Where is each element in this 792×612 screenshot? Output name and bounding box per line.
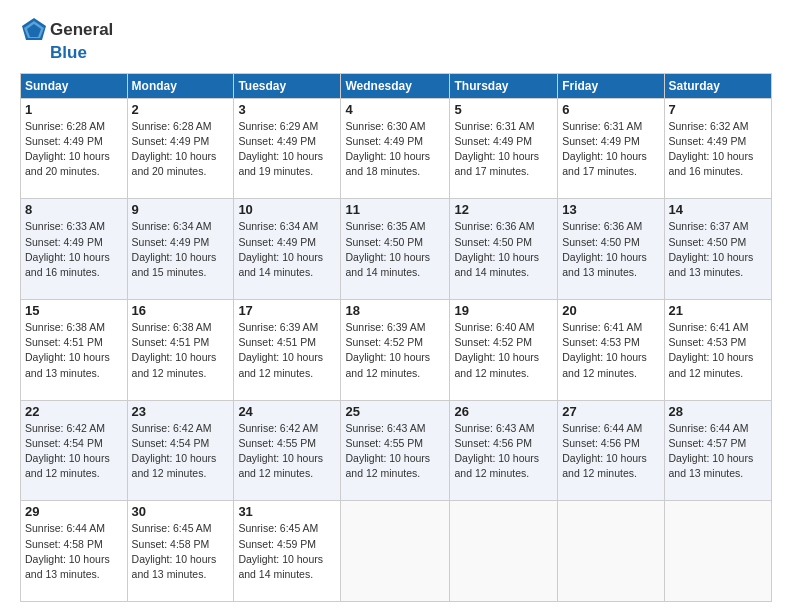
col-header-saturday: Saturday: [664, 73, 771, 98]
day-info: Sunrise: 6:36 AMSunset: 4:50 PMDaylight:…: [454, 220, 539, 278]
day-cell-7: 7 Sunrise: 6:32 AMSunset: 4:49 PMDayligh…: [664, 98, 771, 199]
day-number: 31: [238, 504, 336, 519]
day-cell-31: 31 Sunrise: 6:45 AMSunset: 4:59 PMDaylig…: [234, 501, 341, 602]
day-cell-17: 17 Sunrise: 6:39 AMSunset: 4:51 PMDaylig…: [234, 300, 341, 401]
day-number: 20: [562, 303, 659, 318]
logo-mark: [20, 16, 48, 44]
week-row-2: 8 Sunrise: 6:33 AMSunset: 4:49 PMDayligh…: [21, 199, 772, 300]
day-info: Sunrise: 6:36 AMSunset: 4:50 PMDaylight:…: [562, 220, 647, 278]
day-info: Sunrise: 6:42 AMSunset: 4:54 PMDaylight:…: [25, 422, 110, 480]
header: General Blue: [20, 16, 772, 63]
week-row-3: 15 Sunrise: 6:38 AMSunset: 4:51 PMDaylig…: [21, 300, 772, 401]
day-number: 22: [25, 404, 123, 419]
day-number: 30: [132, 504, 230, 519]
day-info: Sunrise: 6:34 AMSunset: 4:49 PMDaylight:…: [132, 220, 217, 278]
calendar-table: SundayMondayTuesdayWednesdayThursdayFrid…: [20, 73, 772, 602]
week-row-4: 22 Sunrise: 6:42 AMSunset: 4:54 PMDaylig…: [21, 400, 772, 501]
day-cell-12: 12 Sunrise: 6:36 AMSunset: 4:50 PMDaylig…: [450, 199, 558, 300]
day-number: 17: [238, 303, 336, 318]
day-info: Sunrise: 6:28 AMSunset: 4:49 PMDaylight:…: [132, 120, 217, 178]
day-number: 2: [132, 102, 230, 117]
empty-cell: [558, 501, 664, 602]
empty-cell: [341, 501, 450, 602]
day-info: Sunrise: 6:29 AMSunset: 4:49 PMDaylight:…: [238, 120, 323, 178]
day-number: 21: [669, 303, 767, 318]
col-header-tuesday: Tuesday: [234, 73, 341, 98]
day-number: 9: [132, 202, 230, 217]
day-number: 14: [669, 202, 767, 217]
day-info: Sunrise: 6:42 AMSunset: 4:54 PMDaylight:…: [132, 422, 217, 480]
day-cell-26: 26 Sunrise: 6:43 AMSunset: 4:56 PMDaylig…: [450, 400, 558, 501]
day-info: Sunrise: 6:32 AMSunset: 4:49 PMDaylight:…: [669, 120, 754, 178]
day-info: Sunrise: 6:45 AMSunset: 4:58 PMDaylight:…: [132, 522, 217, 580]
day-number: 18: [345, 303, 445, 318]
week-row-5: 29 Sunrise: 6:44 AMSunset: 4:58 PMDaylig…: [21, 501, 772, 602]
day-info: Sunrise: 6:39 AMSunset: 4:51 PMDaylight:…: [238, 321, 323, 379]
day-number: 13: [562, 202, 659, 217]
day-info: Sunrise: 6:44 AMSunset: 4:56 PMDaylight:…: [562, 422, 647, 480]
day-cell-5: 5 Sunrise: 6:31 AMSunset: 4:49 PMDayligh…: [450, 98, 558, 199]
day-number: 19: [454, 303, 553, 318]
day-cell-1: 1 Sunrise: 6:28 AMSunset: 4:49 PMDayligh…: [21, 98, 128, 199]
day-cell-8: 8 Sunrise: 6:33 AMSunset: 4:49 PMDayligh…: [21, 199, 128, 300]
day-cell-18: 18 Sunrise: 6:39 AMSunset: 4:52 PMDaylig…: [341, 300, 450, 401]
day-cell-20: 20 Sunrise: 6:41 AMSunset: 4:53 PMDaylig…: [558, 300, 664, 401]
day-number: 3: [238, 102, 336, 117]
day-info: Sunrise: 6:41 AMSunset: 4:53 PMDaylight:…: [562, 321, 647, 379]
day-cell-25: 25 Sunrise: 6:43 AMSunset: 4:55 PMDaylig…: [341, 400, 450, 501]
day-info: Sunrise: 6:31 AMSunset: 4:49 PMDaylight:…: [562, 120, 647, 178]
day-cell-14: 14 Sunrise: 6:37 AMSunset: 4:50 PMDaylig…: [664, 199, 771, 300]
day-info: Sunrise: 6:28 AMSunset: 4:49 PMDaylight:…: [25, 120, 110, 178]
col-header-sunday: Sunday: [21, 73, 128, 98]
day-number: 29: [25, 504, 123, 519]
day-number: 16: [132, 303, 230, 318]
day-cell-3: 3 Sunrise: 6:29 AMSunset: 4:49 PMDayligh…: [234, 98, 341, 199]
calendar-body: 1 Sunrise: 6:28 AMSunset: 4:49 PMDayligh…: [21, 98, 772, 601]
day-info: Sunrise: 6:30 AMSunset: 4:49 PMDaylight:…: [345, 120, 430, 178]
col-header-thursday: Thursday: [450, 73, 558, 98]
day-cell-2: 2 Sunrise: 6:28 AMSunset: 4:49 PMDayligh…: [127, 98, 234, 199]
day-info: Sunrise: 6:44 AMSunset: 4:57 PMDaylight:…: [669, 422, 754, 480]
day-info: Sunrise: 6:45 AMSunset: 4:59 PMDaylight:…: [238, 522, 323, 580]
day-number: 26: [454, 404, 553, 419]
day-number: 11: [345, 202, 445, 217]
day-info: Sunrise: 6:42 AMSunset: 4:55 PMDaylight:…: [238, 422, 323, 480]
empty-cell: [450, 501, 558, 602]
day-cell-23: 23 Sunrise: 6:42 AMSunset: 4:54 PMDaylig…: [127, 400, 234, 501]
day-cell-21: 21 Sunrise: 6:41 AMSunset: 4:53 PMDaylig…: [664, 300, 771, 401]
day-info: Sunrise: 6:35 AMSunset: 4:50 PMDaylight:…: [345, 220, 430, 278]
day-info: Sunrise: 6:34 AMSunset: 4:49 PMDaylight:…: [238, 220, 323, 278]
empty-cell: [664, 501, 771, 602]
day-number: 23: [132, 404, 230, 419]
logo-text: General: [50, 21, 113, 40]
day-cell-30: 30 Sunrise: 6:45 AMSunset: 4:58 PMDaylig…: [127, 501, 234, 602]
day-info: Sunrise: 6:38 AMSunset: 4:51 PMDaylight:…: [25, 321, 110, 379]
logo: General Blue: [20, 16, 113, 63]
day-cell-16: 16 Sunrise: 6:38 AMSunset: 4:51 PMDaylig…: [127, 300, 234, 401]
day-number: 24: [238, 404, 336, 419]
day-info: Sunrise: 6:44 AMSunset: 4:58 PMDaylight:…: [25, 522, 110, 580]
day-cell-13: 13 Sunrise: 6:36 AMSunset: 4:50 PMDaylig…: [558, 199, 664, 300]
day-number: 1: [25, 102, 123, 117]
day-info: Sunrise: 6:40 AMSunset: 4:52 PMDaylight:…: [454, 321, 539, 379]
day-cell-9: 9 Sunrise: 6:34 AMSunset: 4:49 PMDayligh…: [127, 199, 234, 300]
day-cell-29: 29 Sunrise: 6:44 AMSunset: 4:58 PMDaylig…: [21, 501, 128, 602]
day-cell-22: 22 Sunrise: 6:42 AMSunset: 4:54 PMDaylig…: [21, 400, 128, 501]
calendar-header-row: SundayMondayTuesdayWednesdayThursdayFrid…: [21, 73, 772, 98]
day-cell-10: 10 Sunrise: 6:34 AMSunset: 4:49 PMDaylig…: [234, 199, 341, 300]
col-header-monday: Monday: [127, 73, 234, 98]
day-info: Sunrise: 6:33 AMSunset: 4:49 PMDaylight:…: [25, 220, 110, 278]
day-cell-4: 4 Sunrise: 6:30 AMSunset: 4:49 PMDayligh…: [341, 98, 450, 199]
day-cell-28: 28 Sunrise: 6:44 AMSunset: 4:57 PMDaylig…: [664, 400, 771, 501]
week-row-1: 1 Sunrise: 6:28 AMSunset: 4:49 PMDayligh…: [21, 98, 772, 199]
page: General Blue SundayMondayTuesdayWednesda…: [0, 0, 792, 612]
day-number: 27: [562, 404, 659, 419]
day-info: Sunrise: 6:43 AMSunset: 4:55 PMDaylight:…: [345, 422, 430, 480]
logo-container: General Blue: [20, 16, 113, 63]
day-cell-27: 27 Sunrise: 6:44 AMSunset: 4:56 PMDaylig…: [558, 400, 664, 501]
day-cell-19: 19 Sunrise: 6:40 AMSunset: 4:52 PMDaylig…: [450, 300, 558, 401]
day-cell-6: 6 Sunrise: 6:31 AMSunset: 4:49 PMDayligh…: [558, 98, 664, 199]
col-header-friday: Friday: [558, 73, 664, 98]
day-number: 6: [562, 102, 659, 117]
day-info: Sunrise: 6:43 AMSunset: 4:56 PMDaylight:…: [454, 422, 539, 480]
